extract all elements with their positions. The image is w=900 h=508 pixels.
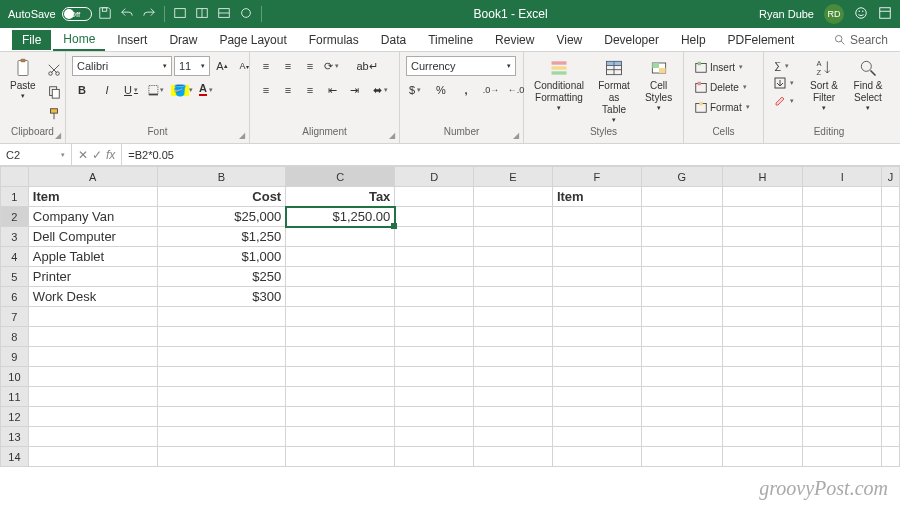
cell[interactable] xyxy=(641,287,722,307)
cell[interactable] xyxy=(28,347,157,367)
formula-input[interactable]: =B2*0.05 xyxy=(122,149,900,161)
cancel-icon[interactable]: ✕ xyxy=(78,148,88,162)
cell[interactable] xyxy=(803,267,882,287)
cell[interactable] xyxy=(722,407,803,427)
cell[interactable] xyxy=(803,327,882,347)
delete-cells-button[interactable]: Delete▾ xyxy=(690,78,756,96)
worksheet-grid[interactable]: ABCDEFGHIJ1ItemCostTaxItem2Company Van$2… xyxy=(0,166,900,467)
tab-help[interactable]: Help xyxy=(671,30,716,50)
cell[interactable]: $1,250 xyxy=(157,227,286,247)
cell[interactable] xyxy=(552,267,641,287)
format-cells-button[interactable]: Format▾ xyxy=(690,98,756,116)
row-header[interactable]: 6 xyxy=(1,287,29,307)
cell[interactable] xyxy=(286,367,395,387)
format-painter-button[interactable] xyxy=(44,104,64,124)
cell[interactable] xyxy=(28,327,157,347)
cell[interactable] xyxy=(722,207,803,227)
cell[interactable]: Dell Computer xyxy=(28,227,157,247)
cell[interactable] xyxy=(882,287,900,307)
tab-draw[interactable]: Draw xyxy=(159,30,207,50)
cell[interactable] xyxy=(882,347,900,367)
qat-icon[interactable] xyxy=(173,6,187,23)
cell[interactable] xyxy=(552,367,641,387)
cell[interactable] xyxy=(882,187,900,207)
cell[interactable] xyxy=(552,207,641,227)
sort-filter-button[interactable]: AZ Sort & Filter▾ xyxy=(804,56,844,114)
row-header[interactable]: 2 xyxy=(1,207,29,227)
cell[interactable] xyxy=(395,187,474,207)
column-header[interactable]: B xyxy=(157,167,286,187)
row-header[interactable]: 7 xyxy=(1,307,29,327)
cell[interactable] xyxy=(474,447,553,467)
font-size-selector[interactable]: 11▾ xyxy=(174,56,210,76)
redo-icon[interactable] xyxy=(142,6,156,23)
cell[interactable] xyxy=(395,267,474,287)
cell[interactable] xyxy=(552,427,641,447)
cell[interactable]: $1,000 xyxy=(157,247,286,267)
user-avatar[interactable]: RD xyxy=(824,4,844,24)
cell[interactable] xyxy=(395,387,474,407)
cell[interactable] xyxy=(474,387,553,407)
undo-icon[interactable] xyxy=(120,6,134,23)
cell[interactable] xyxy=(803,247,882,267)
border-button[interactable]: ▾ xyxy=(147,80,167,100)
cell[interactable] xyxy=(803,287,882,307)
column-header[interactable]: C xyxy=(286,167,395,187)
clear-button[interactable]: ▾ xyxy=(770,93,800,109)
cell[interactable] xyxy=(28,367,157,387)
row-header[interactable]: 8 xyxy=(1,327,29,347)
cell[interactable] xyxy=(474,267,553,287)
cell[interactable] xyxy=(474,247,553,267)
cell[interactable] xyxy=(803,207,882,227)
cell[interactable] xyxy=(157,367,286,387)
cell[interactable] xyxy=(286,267,395,287)
cell[interactable] xyxy=(28,387,157,407)
cell[interactable] xyxy=(641,307,722,327)
row-header[interactable]: 11 xyxy=(1,387,29,407)
orientation-button[interactable]: ⟳▾ xyxy=(322,56,342,76)
paste-button[interactable]: Paste ▾ xyxy=(6,56,40,102)
cell[interactable] xyxy=(722,187,803,207)
tab-formulas[interactable]: Formulas xyxy=(299,30,369,50)
align-left-button[interactable]: ≡ xyxy=(256,80,276,100)
cell[interactable] xyxy=(552,447,641,467)
cell[interactable] xyxy=(474,347,553,367)
enter-icon[interactable]: ✓ xyxy=(92,148,102,162)
align-center-button[interactable]: ≡ xyxy=(278,80,298,100)
cell[interactable]: Apple Tablet xyxy=(28,247,157,267)
cell[interactable] xyxy=(641,347,722,367)
cell[interactable] xyxy=(803,387,882,407)
dialog-launcher-icon[interactable]: ◢ xyxy=(239,131,245,140)
cell[interactable] xyxy=(286,287,395,307)
cell-styles-button[interactable]: Cell Styles▾ xyxy=(640,56,677,114)
cell[interactable] xyxy=(474,187,553,207)
cell[interactable] xyxy=(157,347,286,367)
cell[interactable] xyxy=(286,447,395,467)
cell[interactable] xyxy=(395,327,474,347)
cell[interactable] xyxy=(474,207,553,227)
cell[interactable]: Work Desk xyxy=(28,287,157,307)
cell[interactable] xyxy=(722,367,803,387)
cell[interactable] xyxy=(395,227,474,247)
cell[interactable] xyxy=(28,447,157,467)
save-icon[interactable] xyxy=(98,6,112,23)
cell[interactable] xyxy=(641,227,722,247)
align-bottom-button[interactable]: ≡ xyxy=(300,56,320,76)
cell[interactable] xyxy=(157,427,286,447)
fx-icon[interactable]: fx xyxy=(106,148,115,162)
row-header[interactable]: 5 xyxy=(1,267,29,287)
cell[interactable] xyxy=(28,407,157,427)
align-middle-button[interactable]: ≡ xyxy=(278,56,298,76)
cell[interactable] xyxy=(286,407,395,427)
cell[interactable] xyxy=(882,447,900,467)
cell[interactable]: Printer xyxy=(28,267,157,287)
cell[interactable] xyxy=(395,407,474,427)
cell[interactable]: Item xyxy=(28,187,157,207)
cell[interactable] xyxy=(641,207,722,227)
comma-button[interactable]: , xyxy=(456,80,476,100)
cell[interactable] xyxy=(882,327,900,347)
find-select-button[interactable]: Find & Select▾ xyxy=(848,56,888,114)
column-header[interactable]: A xyxy=(28,167,157,187)
cell[interactable] xyxy=(722,347,803,367)
cell[interactable] xyxy=(722,307,803,327)
